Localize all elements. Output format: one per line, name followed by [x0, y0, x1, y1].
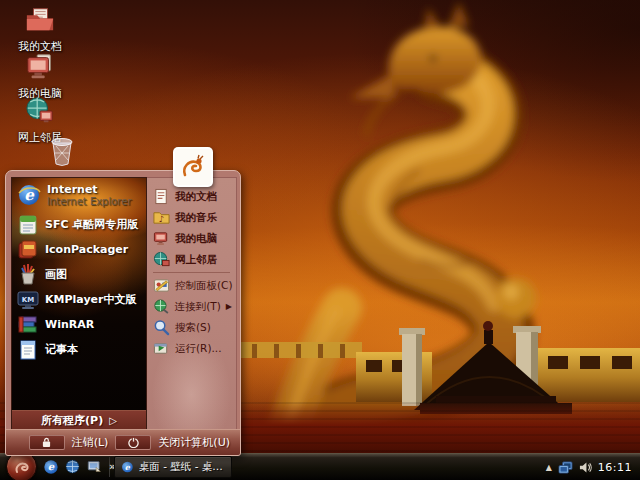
taskbar-window-button[interactable]: e 桌面 - 壁纸 - 桌酷...	[114, 456, 232, 478]
start-menu-footer: 注销(L) 关闭计算机(U)	[6, 429, 240, 455]
winrar-icon	[17, 314, 39, 336]
sfc-app-icon	[17, 214, 39, 236]
network-places-icon	[25, 96, 55, 126]
all-programs-arrow-icon: ▷	[109, 415, 117, 426]
start-menu-item-my-documents[interactable]: 我的文档	[147, 186, 236, 207]
network-tray-icon[interactable]	[558, 461, 573, 474]
pinned-item-title: 画图	[45, 268, 67, 281]
pinned-item-subtitle: Internet Explorer	[47, 196, 132, 207]
log-off-button[interactable]	[29, 435, 65, 450]
svg-text:♪: ♪	[159, 214, 164, 224]
quick-launch-bar: e »	[42, 458, 116, 475]
start-menu-item-iconpackager[interactable]: IconPackager	[12, 237, 146, 262]
place-label: 运行(R)...	[175, 342, 222, 356]
network-places-small-icon	[153, 251, 170, 268]
my-documents-icon	[25, 5, 55, 35]
lock-icon	[42, 437, 51, 448]
taskbar-clock[interactable]: 16:11	[598, 461, 632, 474]
my-documents-small-icon	[153, 188, 170, 205]
start-menu-item-my-music[interactable]: ♪ 我的音乐	[147, 207, 236, 228]
svg-text:KM: KM	[22, 295, 34, 303]
pinned-item-title: 记事本	[45, 343, 78, 356]
all-programs-label: 所有程序(P)	[41, 413, 103, 428]
desktop: 我的文档 我的电脑 网上邻居	[0, 0, 640, 480]
my-music-icon: ♪	[153, 209, 170, 226]
log-off-label: 注销(L)	[72, 435, 109, 450]
start-menu-item-my-computer[interactable]: 我的电脑	[147, 228, 236, 249]
internet-explorer-icon: e	[17, 183, 41, 207]
turn-off-computer-label: 关闭计算机(U)	[158, 435, 230, 450]
start-menu-item-control-panel[interactable]: 控制面板(C)	[147, 275, 236, 296]
iconpackager-icon	[17, 239, 39, 261]
tray-chevron-icon[interactable]: ▲	[546, 463, 552, 472]
start-menu-item-winrar[interactable]: WinRAR	[12, 312, 146, 337]
pinned-item-title: Internet	[47, 183, 132, 196]
start-menu-item-network-places[interactable]: 网上邻居	[147, 249, 236, 270]
volume-tray-icon[interactable]	[579, 461, 592, 474]
system-tray: ▲ 16:11	[540, 454, 640, 480]
turn-off-computer-button[interactable]	[115, 435, 151, 450]
power-icon	[128, 437, 139, 448]
pinned-item-title: IconPackager	[45, 243, 128, 256]
start-menu-item-search[interactable]: 搜索(S)	[147, 317, 236, 338]
taskbar-divider	[109, 457, 110, 477]
start-menu-item-notepad[interactable]: 记事本	[12, 337, 146, 362]
place-label: 搜索(S)	[175, 321, 211, 335]
start-menu-item-run[interactable]: 运行(R)...	[147, 338, 236, 359]
place-label: 网上邻居	[175, 253, 217, 267]
ie-window-icon: e	[121, 460, 134, 474]
start-menu-pinned-panel: e Internet Internet Explorer SFC 卓酷网专用版	[11, 177, 147, 431]
pinned-item-title: KMPlayer中文版	[45, 293, 136, 306]
control-panel-icon	[153, 277, 170, 294]
run-icon	[153, 340, 170, 357]
dragon-avatar-icon	[179, 153, 207, 181]
taskbar: e » e 桌面 - 壁纸 - 桌酷... ▲	[0, 453, 640, 480]
place-label: 连接到(T)	[175, 300, 221, 314]
start-menu-item-connect-to[interactable]: 连接到(T) ▶	[147, 296, 236, 317]
svg-text:e: e	[47, 461, 54, 472]
svg-text:e: e	[125, 462, 131, 472]
start-menu: e Internet Internet Explorer SFC 卓酷网专用版	[5, 170, 241, 456]
start-menu-item-kmplayer[interactable]: KM KMPlayer中文版	[12, 287, 146, 312]
places-separator	[153, 272, 230, 273]
place-label: 我的音乐	[175, 211, 217, 225]
place-label: 控制面板(C)	[175, 279, 233, 293]
search-icon	[153, 319, 170, 336]
my-computer-small-icon	[153, 230, 170, 247]
my-computer-icon	[25, 52, 55, 82]
pinned-item-title: SFC 卓酷网专用版	[45, 218, 138, 231]
start-menu-item-internet[interactable]: e Internet Internet Explorer	[12, 178, 146, 212]
start-menu-item-sfc[interactable]: SFC 卓酷网专用版	[12, 212, 146, 237]
start-menu-places-panel: 我的文档 ♪ 我的音乐 我的电脑	[147, 177, 237, 431]
place-label: 我的文档	[175, 190, 217, 204]
notepad-icon	[17, 339, 39, 361]
quicklaunch-show-desktop-icon[interactable]	[86, 458, 103, 475]
desktop-icon-recycle-bin[interactable]	[32, 133, 92, 167]
recycle-bin-icon	[46, 133, 78, 167]
taskbar-window-title: 桌面 - 壁纸 - 桌酷...	[139, 460, 225, 474]
start-dragon-icon	[13, 458, 31, 476]
all-programs-button[interactable]: 所有程序(P) ▷	[12, 410, 146, 430]
kmplayer-icon: KM	[17, 289, 39, 311]
pinned-item-title: WinRAR	[45, 318, 94, 331]
desktop-icon-my-documents[interactable]: 我的文档	[2, 5, 78, 54]
connect-to-icon	[153, 298, 170, 315]
submenu-arrow-icon: ▶	[226, 302, 232, 311]
place-label: 我的电脑	[175, 232, 217, 246]
user-avatar[interactable]	[173, 147, 213, 187]
start-menu-item-paint[interactable]: 画图	[12, 262, 146, 287]
paint-icon	[17, 264, 39, 286]
quicklaunch-ie-icon[interactable]: e	[42, 458, 59, 475]
quicklaunch-globe-icon[interactable]	[64, 458, 81, 475]
desktop-icon-my-computer[interactable]: 我的电脑	[2, 52, 78, 101]
